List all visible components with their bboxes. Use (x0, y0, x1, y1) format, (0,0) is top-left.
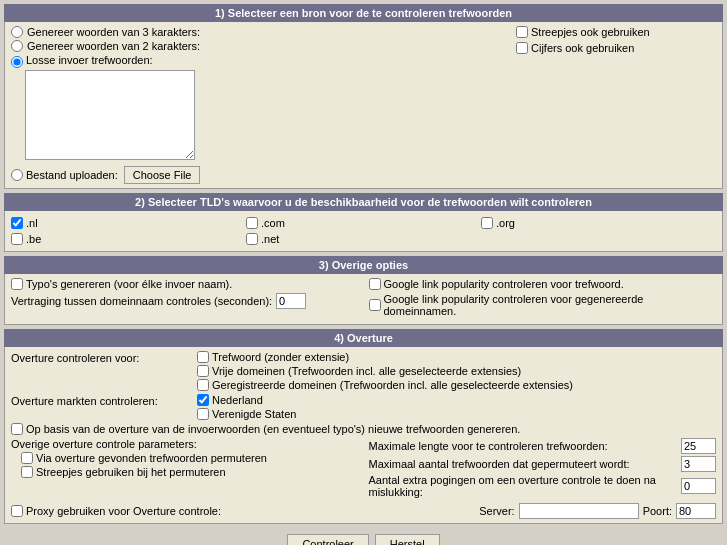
tld-org-checkbox[interactable] (481, 217, 493, 229)
extra-pogingen-input[interactable] (681, 478, 716, 494)
radio-3chars[interactable] (11, 26, 23, 38)
nederland-row: Nederland (197, 394, 716, 406)
tld-net-col: .net (246, 231, 481, 247)
tld-com-col: .com (246, 215, 481, 231)
nederland-checkbox[interactable] (197, 394, 209, 406)
tld-org-col: .org (481, 215, 716, 231)
verenigde-label[interactable]: Verenigde Staten (197, 408, 296, 420)
file-row: Bestand uploaden: Choose File (11, 166, 506, 184)
max-trefwoorden-row: Maximaal aantal trefwoorden dat gepermut… (369, 456, 717, 472)
section3-header: 3) Overige opties (4, 256, 723, 274)
section3-body: Typo's genereren (voor élke invoer naam)… (4, 274, 723, 325)
max-trefwoorden-input[interactable] (681, 456, 716, 472)
google-link2-checkbox[interactable] (369, 299, 381, 311)
port-input[interactable] (676, 503, 716, 519)
params-left-options: Via overture gevonden trefwoorden permut… (11, 452, 359, 478)
section1-body: Genereer woorden van 3 karakters: Genere… (4, 22, 723, 189)
markten-label: Overture markten controleren: (11, 394, 191, 407)
vrije-checkbox[interactable] (197, 365, 209, 377)
google-link2-label[interactable]: Google link popularity controleren voor … (369, 293, 717, 317)
section3: 3) Overige opties Typo's genereren (voor… (4, 256, 723, 325)
textarea-container (25, 70, 506, 162)
proxy-checkbox[interactable] (11, 505, 23, 517)
geregistreerde-label[interactable]: Geregistreerde domeinen (Trefwoorden inc… (197, 379, 573, 391)
streepjes-perm-checkbox[interactable] (21, 466, 33, 478)
typo-label[interactable]: Typo's genereren (voor élke invoer naam)… (11, 278, 232, 290)
tld-be-col: .be (11, 231, 246, 247)
cijfers-checkbox[interactable] (516, 42, 528, 54)
typo-checkbox[interactable] (11, 278, 23, 290)
radio-losse[interactable] (11, 56, 23, 68)
tld-be-checkbox[interactable] (11, 233, 23, 245)
section2-header: 2) Selecteer TLD's waarvoor u de beschik… (4, 193, 723, 211)
verenigde-checkbox[interactable] (197, 408, 209, 420)
tld-nl-checkbox[interactable] (11, 217, 23, 229)
streepjes-row: Streepjes ook gebruiken (516, 26, 716, 38)
tld-org-label[interactable]: .org (481, 217, 515, 229)
vrije-row: Vrije domeinen (Trefwoorden incl. alle g… (197, 365, 716, 377)
via-overture-label[interactable]: Via overture gevonden trefwoorden permut… (21, 452, 359, 464)
op-basis-label[interactable]: Op basis van de overture van de invoerwo… (11, 423, 716, 435)
section4-header: 4) Overture (4, 329, 723, 347)
options-layout: Typo's genereren (voor élke invoer naam)… (11, 278, 716, 320)
op-basis-checkbox[interactable] (11, 423, 23, 435)
via-overture-checkbox[interactable] (21, 452, 33, 464)
trefwoorden-textarea[interactable] (25, 70, 195, 160)
section4: 4) Overture Overture controleren voor: T… (4, 329, 723, 524)
radio-upload[interactable] (11, 169, 23, 181)
markten-options: Nederland Verenigde Staten (197, 394, 716, 420)
delay-input[interactable] (276, 293, 306, 309)
markten-row: Overture markten controleren: Nederland … (11, 394, 716, 420)
tld-com-checkbox[interactable] (246, 217, 258, 229)
tld-net-checkbox[interactable] (246, 233, 258, 245)
typo-row: Typo's genereren (voor élke invoer naam)… (11, 278, 359, 290)
verenigde-row: Verenigde Staten (197, 408, 716, 420)
proxy-row: Proxy gebruiken voor Overture controle: … (11, 503, 716, 519)
params-left: Overige overture controle parameters: Vi… (11, 438, 359, 480)
trefwoord-checkbox[interactable] (197, 351, 209, 363)
streepjes-label[interactable]: Streepjes ook gebruiken (516, 26, 650, 38)
trefwoord-label[interactable]: Trefwoord (zonder extensie) (197, 351, 349, 363)
herstel-button[interactable]: Herstel (375, 534, 440, 545)
radio2-label[interactable]: Genereer woorden van 2 karakters: (11, 40, 506, 52)
max-lengte-row: Maximale lengte voor te controleren tref… (369, 438, 717, 454)
overture-voor-row: Overture controleren voor: Trefwoord (zo… (11, 351, 716, 391)
overige-params-label-row: Overige overture controle parameters: (11, 438, 359, 450)
via-overture-row: Via overture gevonden trefwoorden permut… (21, 452, 359, 464)
upload-label[interactable]: Bestand uploaden: (11, 169, 118, 181)
section1-header: 1) Selecteer een bron voor de te control… (4, 4, 723, 22)
tld-be-label[interactable]: .be (11, 233, 41, 245)
params-right: Maximale lengte voor te controleren tref… (369, 438, 717, 500)
extra-pogingen-row: Aantal extra pogingen om een overture co… (369, 474, 717, 498)
radio3-label[interactable]: Losse invoer trefwoorden: (11, 54, 153, 68)
server-input[interactable] (519, 503, 639, 519)
tld-row1: .nl .com .org (11, 215, 716, 231)
cijfers-label[interactable]: Cijfers ook gebruiken (516, 42, 634, 54)
choose-file-button[interactable]: Choose File (124, 166, 201, 184)
max-lengte-input[interactable] (681, 438, 716, 454)
losse-row: Losse invoer trefwoorden: (11, 54, 506, 68)
section1-right: Streepjes ook gebruiken Cijfers ook gebr… (516, 26, 716, 184)
tld-nl-col: .nl (11, 215, 246, 231)
streepjes-checkbox[interactable] (516, 26, 528, 38)
trefwoord-row: Trefwoord (zonder extensie) (197, 351, 716, 363)
streepjes-perm-label[interactable]: Streepjes gebruiken bij het permuteren (21, 466, 359, 478)
tld-nl-label[interactable]: .nl (11, 217, 38, 229)
section1: 1) Selecteer een bron voor de te control… (4, 4, 723, 189)
geregistreerde-checkbox[interactable] (197, 379, 209, 391)
geregistreerde-row: Geregistreerde domeinen (Trefwoorden inc… (197, 379, 716, 391)
radio-2chars[interactable] (11, 40, 23, 52)
section4-body: Overture controleren voor: Trefwoord (zo… (4, 347, 723, 524)
tld-row2: .be .net (11, 231, 716, 247)
radio1-label[interactable]: Genereer woorden van 3 karakters: (11, 26, 506, 38)
section1-left: Genereer woorden van 3 karakters: Genere… (11, 26, 506, 184)
tld-com-label[interactable]: .com (246, 217, 285, 229)
nederland-label[interactable]: Nederland (197, 394, 263, 406)
proxy-label[interactable]: Proxy gebruiken voor Overture controle: (11, 505, 221, 517)
google-link1-label[interactable]: Google link popularity controleren voor … (369, 278, 624, 290)
google-link1-checkbox[interactable] (369, 278, 381, 290)
tld-net-label[interactable]: .net (246, 233, 279, 245)
vrije-label[interactable]: Vrije domeinen (Trefwoorden incl. alle g… (197, 365, 521, 377)
overture-options: Trefwoord (zonder extensie) Vrije domein… (197, 351, 716, 391)
controleer-button[interactable]: Controleer (287, 534, 368, 545)
